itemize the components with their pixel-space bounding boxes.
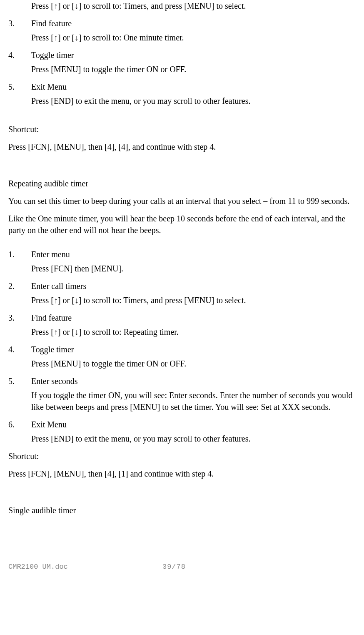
shortcut-label: Shortcut: xyxy=(8,450,356,462)
step-description: Press [↑] or [↓] to scroll to: One minut… xyxy=(31,32,356,43)
shortcut-text: Press [FCN], [MENU], then [4], [1] and c… xyxy=(8,468,356,479)
step-number: 1. xyxy=(8,248,31,260)
step-description: Press [↑] or [↓] to scroll to: Repeating… xyxy=(31,326,356,338)
shortcut-text: Press [FCN], [MENU], then [4], [4], and … xyxy=(8,141,356,153)
step-description: If you toggle the timer ON, you will see… xyxy=(31,389,356,413)
step-description: Press [END] to exit the menu, or you may… xyxy=(31,95,356,107)
list-item: 1. Enter menu xyxy=(8,248,356,260)
step-number: 5. xyxy=(8,81,31,93)
step-description: Press [END] to exit the menu, or you may… xyxy=(31,433,356,444)
step-title: Find feature xyxy=(31,18,356,29)
step-number: 4. xyxy=(8,344,31,355)
step-description: Press [↑] or [↓] to scroll to: Timers, a… xyxy=(31,294,356,306)
step-description: Press [MENU] to toggle the timer ON or O… xyxy=(31,358,356,369)
step-title: Enter seconds xyxy=(31,375,356,387)
step-description: Press [FCN] then [MENU]. xyxy=(31,263,356,274)
step-title: Toggle timer xyxy=(31,344,356,355)
footer-doc-name: CMR2100 UM.doc xyxy=(8,562,162,572)
list-item: 3. Find feature xyxy=(8,18,356,29)
step-description: Press [↑] or [↓] to scroll to: Timers, a… xyxy=(31,0,356,12)
list-item: 2. Enter call timers xyxy=(8,280,356,292)
step-number: 3. xyxy=(8,312,31,324)
shortcut-label: Shortcut: xyxy=(8,123,356,135)
step-title: Exit Menu xyxy=(31,419,356,430)
section-heading: Single audible timer xyxy=(8,504,356,516)
step-title: Enter menu xyxy=(31,248,356,260)
page-footer: CMR2100 UM.doc 39/78 xyxy=(8,562,356,572)
body-text: You can set this timer to beep during yo… xyxy=(8,195,356,207)
footer-page-number: 39/78 xyxy=(162,562,186,572)
step-description: Press [MENU] to toggle the timer ON or O… xyxy=(31,63,356,75)
body-text: Like the One minute timer, you will hear… xyxy=(8,213,356,236)
step-title: Toggle timer xyxy=(31,49,356,61)
list-item: 4. Toggle timer xyxy=(8,49,356,61)
step-number: 2. xyxy=(8,280,31,292)
step-number: 5. xyxy=(8,375,31,387)
step-title: Enter call timers xyxy=(31,280,356,292)
list-item: 3. Find feature xyxy=(8,312,356,324)
list-item: 6. Exit Menu xyxy=(8,419,356,430)
step-title: Find feature xyxy=(31,312,356,324)
step-number: 6. xyxy=(8,419,31,430)
list-item: 5. Exit Menu xyxy=(8,81,356,93)
list-item: 4. Toggle timer xyxy=(8,344,356,355)
list-item: 5. Enter seconds xyxy=(8,375,356,387)
step-number: 3. xyxy=(8,18,31,29)
section-heading: Repeating audible timer xyxy=(8,178,356,189)
step-title: Exit Menu xyxy=(31,81,356,93)
step-number: 4. xyxy=(8,49,31,61)
